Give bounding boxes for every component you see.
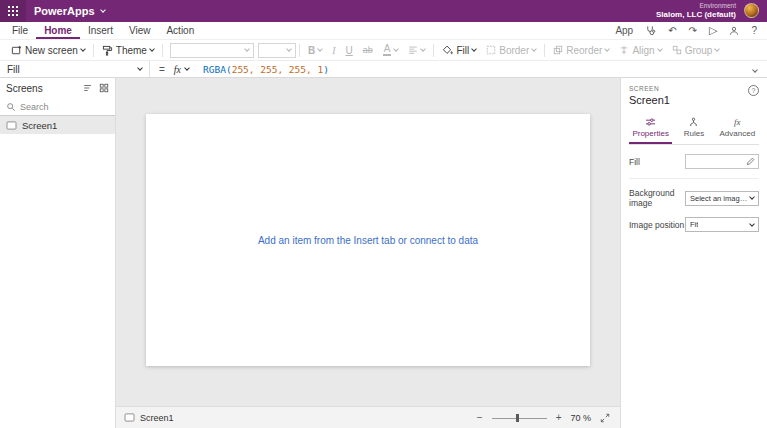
screens-panel-header: Screens xyxy=(0,78,115,98)
tab-file[interactable]: File xyxy=(4,22,36,39)
tab-properties[interactable]: Properties xyxy=(629,114,672,144)
selected-type-label: SCREEN xyxy=(629,85,670,92)
redo-icon[interactable]: ↷ xyxy=(689,26,697,36)
zoom-slider[interactable] xyxy=(492,413,547,423)
thumbnail-view-icon[interactable] xyxy=(99,83,109,93)
properties-panel: SCREEN Screen1 ? Properties Rules fx Adv… xyxy=(620,78,767,428)
formula-close-paren: ) xyxy=(323,64,329,75)
avatar[interactable] xyxy=(744,3,759,18)
reorder-layers-icon xyxy=(553,45,563,55)
reorder-button[interactable]: Reorder xyxy=(548,45,614,56)
top-bar: PowerApps Environment Slalom, LLC (defau… xyxy=(0,0,767,22)
properties-tabs: Properties Rules fx Advanced xyxy=(629,114,759,145)
share-person-icon[interactable] xyxy=(729,26,739,36)
zoom-out-button[interactable]: − xyxy=(477,413,483,423)
font-family-select[interactable] xyxy=(170,43,254,58)
text-align-button[interactable] xyxy=(403,45,430,55)
font-size-select[interactable] xyxy=(258,43,296,58)
fit-to-window-icon[interactable] xyxy=(600,413,610,423)
search-icon xyxy=(6,102,16,112)
tab-action[interactable]: Action xyxy=(158,22,202,39)
statusbar-screen-label: Screen1 xyxy=(140,413,174,423)
zoom-controls: − + 70 % xyxy=(477,413,610,423)
panel-info-icon[interactable]: ? xyxy=(748,85,759,96)
group-icon xyxy=(672,45,682,55)
formula-expand-button[interactable] xyxy=(753,60,767,78)
properties-panel-header: SCREEN Screen1 ? xyxy=(629,85,759,106)
statusbar-screen[interactable]: Screen1 xyxy=(124,413,174,423)
zoom-in-button[interactable]: + xyxy=(556,413,562,423)
insert-item-link[interactable]: Add an item from the Insert tab or conne… xyxy=(258,235,478,246)
sort-list-icon[interactable] xyxy=(83,83,93,93)
new-screen-button[interactable]: New screen xyxy=(6,45,90,56)
preview-play-icon[interactable]: ▷ xyxy=(709,25,717,36)
formula-input[interactable]: RGBA(255, 255, 255, 1) xyxy=(203,64,753,75)
screen-list-item[interactable]: Screen1 xyxy=(0,116,115,134)
selected-item-title: Screen1 xyxy=(629,94,670,106)
tab-rules[interactable]: Rules xyxy=(672,114,715,144)
screens-panel: Screens Screen1 xyxy=(0,78,116,428)
screen-thumbnail-icon xyxy=(124,413,135,422)
help-icon[interactable]: ? xyxy=(751,26,757,36)
font-color-button[interactable]: A xyxy=(378,44,404,56)
fx-icon: fx xyxy=(734,117,741,127)
undo-icon[interactable]: ↶ xyxy=(668,26,676,36)
zoom-slider-thumb[interactable] xyxy=(516,414,519,422)
formula-arguments: 255, 255, 255, 1 xyxy=(232,64,324,75)
image-position-row: Image position Fit xyxy=(629,217,759,232)
zoom-percentage: 70 % xyxy=(570,413,591,423)
fx-button[interactable]: fx xyxy=(174,64,197,75)
environment-name: Slalom, LLC (default) xyxy=(656,10,736,20)
canvas-area: Add an item from the Insert tab or conne… xyxy=(116,78,620,406)
image-position-select[interactable]: Fit xyxy=(685,217,759,232)
group-button[interactable]: Group xyxy=(667,45,725,56)
italic-button[interactable]: I xyxy=(327,45,340,56)
screen-thumbnail-icon xyxy=(6,121,17,130)
search-input[interactable] xyxy=(20,102,100,112)
menu-bar: File Home Insert View Action App ↶ ↷ ▷ ? xyxy=(0,22,767,40)
tab-home[interactable]: Home xyxy=(36,22,80,39)
chevron-down-icon xyxy=(184,65,190,71)
new-screen-icon xyxy=(11,45,22,56)
environment-label: Environment xyxy=(656,2,736,10)
chevron-down-icon xyxy=(749,194,755,200)
bold-button[interactable]: B xyxy=(303,45,327,56)
ribbon: New screen Theme B I U ab A Fill Border xyxy=(0,40,767,60)
sliders-icon xyxy=(645,117,656,127)
chevron-down-icon xyxy=(137,65,143,71)
property-selector[interactable]: Fill xyxy=(0,61,150,77)
selected-property: Fill xyxy=(7,64,20,75)
formula-bar: Fill = fx RGBA(255, 255, 255, 1) xyxy=(0,60,767,78)
fill-button[interactable]: Fill xyxy=(437,45,481,56)
tab-insert[interactable]: Insert xyxy=(80,22,121,39)
chevron-down-icon xyxy=(749,221,755,227)
app-checker-label[interactable]: App xyxy=(615,25,633,36)
border-button[interactable]: Border xyxy=(481,45,541,56)
canvas-region: Add an item from the Insert tab or conne… xyxy=(116,78,620,428)
menubar-actions: App ↶ ↷ ▷ ? xyxy=(615,22,767,39)
powerapps-studio: PowerApps Environment Slalom, LLC (defau… xyxy=(0,0,767,428)
underline-button[interactable]: U xyxy=(341,45,358,56)
fill-bucket-icon xyxy=(442,45,453,56)
rules-branch-icon xyxy=(688,117,699,127)
fill-property-row: Fill xyxy=(629,154,759,179)
pencil-icon xyxy=(746,157,755,166)
strikethrough-button[interactable]: ab xyxy=(358,45,378,55)
fill-property-label: Fill xyxy=(629,157,640,167)
screens-panel-title: Screens xyxy=(6,83,43,94)
topbar-right: Environment Slalom, LLC (default) xyxy=(656,2,767,19)
fill-color-picker[interactable] xyxy=(685,154,759,169)
theme-button[interactable]: Theme xyxy=(97,45,159,56)
screen-artboard[interactable]: Add an item from the Insert tab or conne… xyxy=(146,114,590,366)
tab-advanced[interactable]: fx Advanced xyxy=(716,114,759,144)
powerapps-home-button[interactable]: PowerApps xyxy=(34,5,105,17)
tab-view[interactable]: View xyxy=(121,22,159,39)
app-launcher-waffle-icon[interactable] xyxy=(0,0,26,22)
background-image-select[interactable]: Select an image... xyxy=(685,191,759,206)
chevron-down-icon xyxy=(100,7,106,13)
background-image-row: Background image Select an image... xyxy=(629,188,759,208)
app-checker-icon[interactable] xyxy=(645,25,656,36)
align-icon xyxy=(619,45,629,55)
border-icon xyxy=(486,45,496,55)
align-button[interactable]: Align xyxy=(614,45,666,56)
